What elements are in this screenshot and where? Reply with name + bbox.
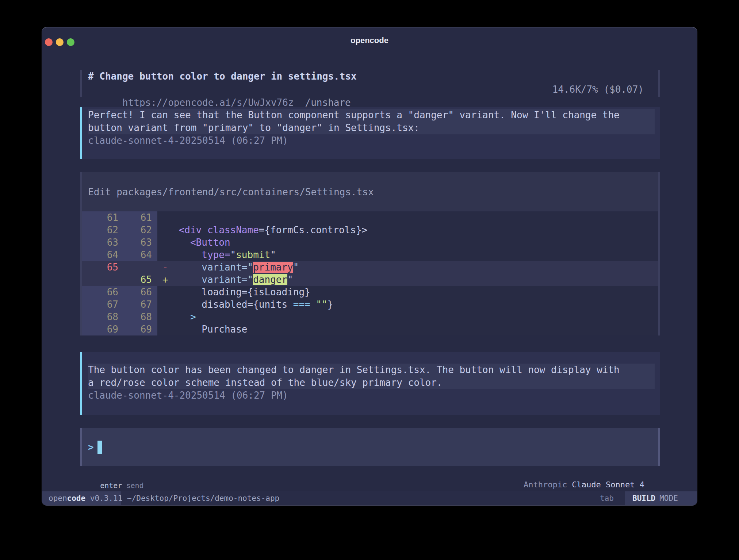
zoom-button[interactable] bbox=[67, 38, 74, 46]
close-button[interactable] bbox=[45, 38, 53, 46]
gutter-new: 61 bbox=[124, 211, 157, 224]
diff-marker bbox=[157, 323, 173, 335]
diff-view: 6161 6262 <div className={formCs.control… bbox=[82, 211, 658, 335]
diff-marker: - bbox=[157, 261, 173, 273]
diff-marker bbox=[157, 298, 173, 311]
assistant-message: The button color has been changed to dan… bbox=[80, 352, 660, 415]
gutter-old: 64 bbox=[82, 249, 124, 261]
share-url-link[interactable]: https://opencode.ai/s/UwJxv76z bbox=[122, 97, 294, 108]
gutter-old: 62 bbox=[82, 224, 124, 236]
gutter-new bbox=[124, 261, 157, 273]
diff-row: 6969 Purchase bbox=[82, 323, 658, 335]
diff-code: > bbox=[173, 311, 658, 323]
diff-code: <div className={formCs.controls}> bbox=[173, 224, 658, 236]
working-directory: ~/Desktop/Projects/demo-notes-app bbox=[127, 491, 279, 505]
tab-hint: tab bbox=[600, 491, 614, 505]
gutter-old: 63 bbox=[82, 236, 124, 249]
diff-row: 6868 > bbox=[82, 311, 658, 323]
gutter-old: 67 bbox=[82, 298, 124, 311]
key-hint-action: send bbox=[126, 481, 143, 490]
diff-code: <Button bbox=[173, 236, 658, 249]
session-title: # Change button color to danger in setti… bbox=[88, 70, 658, 83]
minimize-button[interactable] bbox=[56, 38, 64, 46]
gutter-new: 63 bbox=[124, 236, 157, 249]
message-meta: claude-sonnet-4-20250514 (06:27 PM) bbox=[88, 389, 660, 402]
mode-chip: BUILDMODE bbox=[625, 491, 697, 505]
diff-marker bbox=[157, 224, 173, 236]
diff-row: 6363 <Button bbox=[82, 236, 658, 249]
diff-marker bbox=[157, 286, 173, 298]
gutter-new: 65 bbox=[124, 273, 157, 286]
diff-row: 6161 bbox=[82, 211, 658, 224]
prompt-symbol: > bbox=[88, 442, 94, 453]
edit-tool-card: Edit packages/frontend/src/containers/Se… bbox=[80, 172, 660, 335]
diff-code: variant="danger" bbox=[173, 273, 658, 286]
edit-tool-title: Edit packages/frontend/src/containers/Se… bbox=[82, 172, 658, 211]
session-header: # Change button color to danger in setti… bbox=[80, 70, 660, 97]
gutter-old: 69 bbox=[82, 323, 124, 335]
gutter-new: 64 bbox=[124, 249, 157, 261]
app-window: opencode # Change button color to danger… bbox=[42, 27, 697, 506]
gutter-new: 69 bbox=[124, 323, 157, 335]
diff-marker bbox=[157, 236, 173, 249]
provider-label: Anthropic bbox=[524, 480, 567, 489]
window-title: opencode bbox=[351, 36, 388, 45]
gutter-old: 66 bbox=[82, 286, 124, 298]
diff-row-added: 65+ variant="danger" bbox=[82, 273, 658, 286]
message-meta: claude-sonnet-4-20250514 (06:27 PM) bbox=[88, 134, 660, 147]
diff-marker bbox=[157, 211, 173, 224]
app-name-code: code bbox=[67, 494, 86, 503]
gutter-new: 68 bbox=[124, 311, 157, 323]
diff-code: Purchase bbox=[173, 323, 658, 335]
gutter-old: 65 bbox=[82, 261, 124, 273]
gutter-new: 62 bbox=[124, 224, 157, 236]
status-bar: opencode v0.3.11 ~/Desktop/Projects/demo… bbox=[42, 491, 697, 505]
diff-code bbox=[173, 211, 658, 224]
gutter-old: 61 bbox=[82, 211, 124, 224]
model-name: Claude Sonnet 4 bbox=[572, 480, 644, 489]
prompt-input[interactable]: > bbox=[80, 428, 660, 466]
app-version: v0.3.11 bbox=[85, 494, 122, 503]
diff-code: type="submit" bbox=[173, 249, 658, 261]
diff-code: loading={isLoading} bbox=[173, 286, 658, 298]
diff-row: 6464 type="submit" bbox=[82, 249, 658, 261]
mode-label-rest: MODE bbox=[659, 494, 678, 503]
diff-row-removed: 65- variant="primary" bbox=[82, 261, 658, 273]
key-hint-key: enter bbox=[100, 481, 122, 490]
mode-label-bold: BUILD bbox=[632, 494, 655, 503]
text-cursor bbox=[97, 441, 102, 454]
app-name-open: open bbox=[49, 494, 67, 503]
message-text: The button color has been changed to dan… bbox=[88, 364, 655, 389]
key-hint: entersend bbox=[83, 467, 144, 479]
model-indicator: AnthropicClaude Sonnet 4 bbox=[504, 466, 644, 479]
gutter-old: 68 bbox=[82, 311, 124, 323]
title-bar: opencode bbox=[42, 27, 697, 54]
gutter-new: 67 bbox=[124, 298, 157, 311]
diff-row: 6767 disabled={units === ""} bbox=[82, 298, 658, 311]
diff-code: disabled={units === ""} bbox=[173, 298, 658, 311]
diff-marker: + bbox=[157, 273, 173, 286]
message-text: Perfect! I can see that the Button compo… bbox=[88, 109, 655, 134]
gutter-old bbox=[82, 273, 124, 286]
diff-code: variant="primary" bbox=[173, 261, 658, 273]
diff-marker bbox=[157, 311, 173, 323]
diff-marker bbox=[157, 249, 173, 261]
app-version-chip: opencode v0.3.11 bbox=[42, 491, 121, 505]
context-stats: 14.6K/7% ($0.07) bbox=[552, 83, 644, 96]
gutter-new: 66 bbox=[124, 286, 157, 298]
diff-row: 6262 <div className={formCs.controls}> bbox=[82, 224, 658, 236]
unshare-link[interactable]: /unshare bbox=[305, 97, 351, 108]
diff-row: 6666 loading={isLoading} bbox=[82, 286, 658, 298]
assistant-message: Perfect! I can see that the Button compo… bbox=[80, 107, 660, 159]
